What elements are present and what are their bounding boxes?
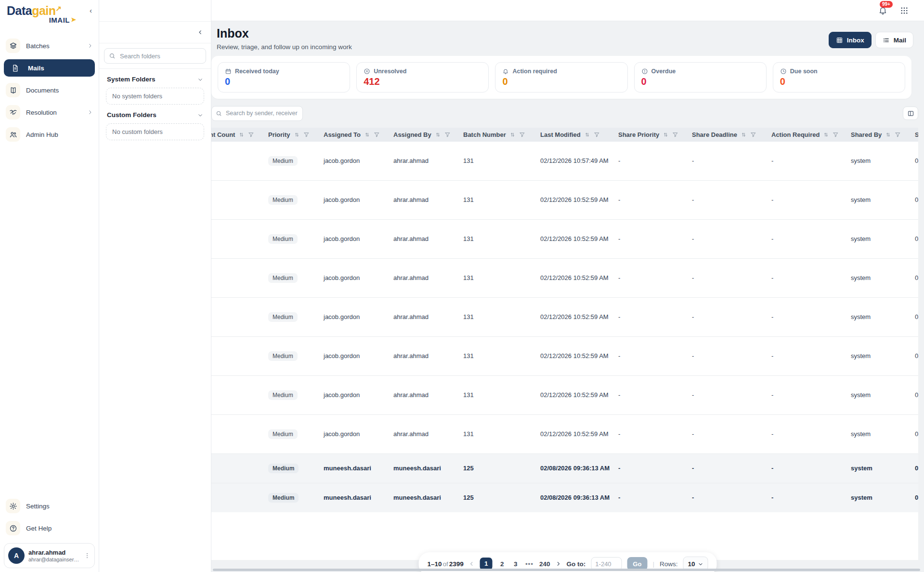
priority-badge: Medium [268, 312, 298, 322]
horizontal-scrollbar[interactable] [213, 569, 920, 571]
sort-icon[interactable] [238, 132, 245, 138]
sort-icon[interactable] [509, 132, 516, 138]
cell-batch-number: 131 [458, 375, 535, 414]
help-icon [6, 521, 20, 535]
sort-icon[interactable] [364, 132, 370, 138]
sort-icon[interactable] [294, 132, 300, 138]
layers-icon [6, 39, 20, 53]
bell-icon [502, 68, 509, 75]
page-number-2[interactable]: 2 [498, 560, 506, 568]
sidebar-item-admin-hub[interactable]: Admin Hub [0, 123, 99, 146]
mail-row[interactable]: Mediumjacob.gordonahrar.ahmad13102/12/20… [211, 336, 918, 375]
sort-icon[interactable] [741, 132, 747, 138]
filter-icon[interactable] [594, 132, 600, 138]
goto-label: Go to: [567, 560, 586, 568]
left-sidebar: Datagain↗ IMAIL ‹ Batches Mails Document… [0, 0, 99, 572]
cell-shared-on: 01 [910, 414, 918, 453]
clock-icon [780, 68, 787, 75]
cell-priority: Medium [263, 483, 319, 512]
filter-icon[interactable] [895, 132, 901, 138]
folder-search-input[interactable] [119, 52, 201, 60]
next-page-button[interactable] [556, 561, 561, 567]
mail-row[interactable]: Mediummuneesh.dasarimuneesh.dasari12502/… [211, 483, 918, 512]
priority-badge: Medium [268, 390, 298, 400]
column-settings-button[interactable] [903, 106, 918, 120]
cell-last-modified: 02/12/2026 10:52:59 AM [535, 375, 613, 414]
sidebar-item-documents[interactable]: Documents [0, 79, 99, 101]
folders-panel: System Folders No system folders Custom … [99, 0, 211, 572]
sort-icon[interactable] [823, 132, 829, 138]
cell-shared-by: system [846, 336, 910, 375]
sidebar-item-get-help[interactable]: Get Help [0, 517, 99, 539]
sort-icon[interactable] [663, 132, 669, 138]
filter-icon[interactable] [519, 132, 525, 138]
user-menu-button[interactable] [84, 552, 91, 559]
prev-page-button[interactable] [469, 561, 475, 567]
column-header-action-required: Action Required [767, 128, 846, 142]
mail-row[interactable]: Mediummuneesh.dasarimuneesh.dasari12502/… [211, 453, 918, 483]
page-ellipsis[interactable]: ••• [525, 560, 534, 568]
sidebar-item-settings[interactable]: Settings [0, 495, 99, 517]
filter-icon[interactable] [444, 132, 451, 138]
sidebar-item-mails[interactable]: Mails [4, 59, 95, 77]
filter-icon[interactable] [374, 132, 380, 138]
cell-shared-on: 01 [910, 219, 918, 258]
mail-table: nt Count Priority Assigned To Assigned B… [211, 128, 918, 512]
list-icon [883, 37, 890, 44]
cell-assigned-to: jacob.gordon [319, 414, 389, 453]
sort-icon[interactable] [885, 132, 891, 138]
sort-icon[interactable] [584, 132, 590, 138]
cell-assigned-by: ahrar.ahmad [389, 297, 458, 336]
cell-share-priority: - [613, 297, 687, 336]
apps-grid-button[interactable] [900, 6, 909, 15]
sidebar-item-resolution[interactable]: Resolution [0, 101, 99, 123]
table-header-row: nt Count Priority Assigned To Assigned B… [211, 128, 918, 142]
cell-batch-number: 131 [458, 336, 535, 375]
folder-section-header[interactable]: Custom Folders [106, 110, 204, 123]
folder-section-header[interactable]: System Folders [106, 75, 204, 88]
mail-row[interactable]: Mediumjacob.gordonahrar.ahmad13102/12/20… [211, 142, 918, 181]
filter-icon[interactable] [672, 132, 678, 138]
priority-badge: Medium [268, 351, 298, 361]
mail-row[interactable]: Mediumjacob.gordonahrar.ahmad13102/12/20… [211, 375, 918, 414]
page-number-240[interactable]: 240 [539, 560, 550, 568]
folder-sections: System Folders No system folders Custom … [99, 69, 211, 140]
filter-icon[interactable] [248, 132, 254, 138]
cell-action-required: - [767, 483, 846, 512]
notifications-button[interactable]: 99+ [878, 6, 887, 15]
filter-icon[interactable] [303, 132, 310, 138]
view-toggle: Inbox Mail [829, 32, 913, 48]
column-header-batch-number: Batch Number [458, 128, 535, 142]
cell-shared-on: 01 [910, 336, 918, 375]
cell-share-deadline: - [687, 414, 767, 453]
sort-icon[interactable] [435, 132, 441, 138]
user-card[interactable]: A ahrar.ahmad ahrar@datagainservice... [4, 543, 95, 568]
mail-row[interactable]: Mediumjacob.gordonahrar.ahmad13102/12/20… [211, 414, 918, 453]
column-header-share-deadline: Share Deadline [687, 128, 767, 142]
mail-search-input[interactable] [225, 109, 299, 117]
filter-icon[interactable] [750, 132, 756, 138]
sidebar-collapse-button[interactable]: ‹ [90, 7, 92, 14]
stats-cards: Received today 0 Unresolved 412 Action r… [211, 56, 911, 99]
mail-row[interactable]: Mediumjacob.gordonahrar.ahmad13102/12/20… [211, 258, 918, 297]
calendar-icon [225, 68, 232, 75]
user-name: ahrar.ahmad [28, 549, 80, 557]
mail-row[interactable]: Mediumjacob.gordonahrar.ahmad13102/12/20… [211, 180, 918, 219]
cell-action-required: - [767, 375, 846, 414]
sidebar-item-batches[interactable]: Batches [0, 35, 99, 57]
cell-share-deadline: - [687, 258, 767, 297]
filter-icon[interactable] [833, 132, 839, 138]
mail-row[interactable]: Mediumjacob.gordonahrar.ahmad13102/12/20… [211, 297, 918, 336]
mail-row[interactable]: Mediumjacob.gordonahrar.ahmad13102/12/20… [211, 219, 918, 258]
page-number-3[interactable]: 3 [512, 560, 520, 568]
column-header-assigned-by: Assigned By [389, 128, 458, 142]
cell-shared-by: system [846, 483, 910, 512]
view-toggle-inbox[interactable]: Inbox [829, 32, 872, 48]
cell-assigned-to: jacob.gordon [319, 258, 389, 297]
view-toggle-mail[interactable]: Mail [875, 32, 913, 48]
folder-empty-state: No custom folders [106, 123, 204, 140]
cell-assigned-to: jacob.gordon [319, 180, 389, 219]
cell-action-required: - [767, 258, 846, 297]
folders-collapse-button[interactable] [197, 29, 203, 35]
xcircle-icon [364, 68, 370, 75]
